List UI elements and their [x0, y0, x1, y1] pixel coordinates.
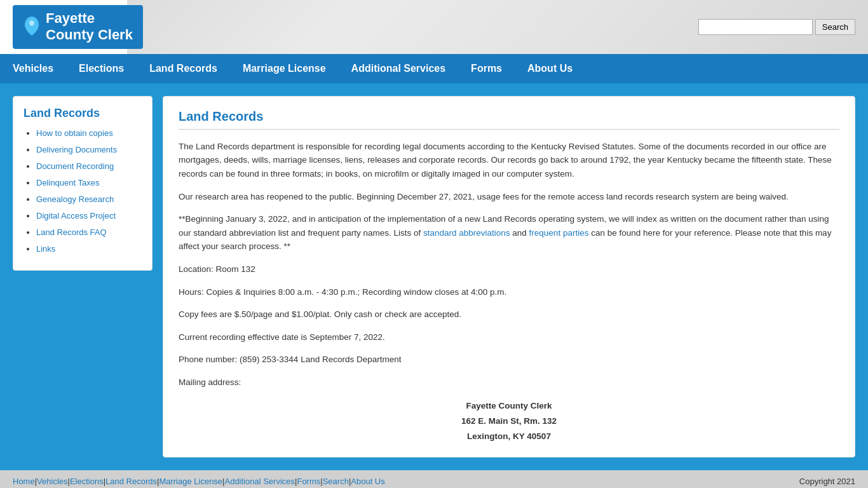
paragraph-1: The Land Records department is responsib… [179, 140, 839, 181]
standard-abbrev-link[interactable]: standard abbreviations [423, 228, 510, 238]
paragraph-effective-date: Current recording effective date is Sept… [179, 330, 839, 344]
frequent-parties-link[interactable]: frequent parties [529, 228, 589, 238]
footer-link-elections[interactable]: Elections [70, 477, 104, 486]
list-item: Genealogy Research [36, 194, 142, 204]
footer-link-home[interactable]: Home [13, 477, 35, 486]
header: Fayette County Clerk Search [0, 0, 868, 54]
search-area: Search [698, 19, 855, 35]
paragraph-fees: Copy fees are $.50/page and $1.00/plat. … [179, 308, 839, 322]
nav-item-additional-services[interactable]: Additional Services [339, 54, 459, 83]
footer-links: Home | Vehicles | Elections | Land Recor… [13, 477, 385, 486]
footer-link-land-records[interactable]: Land Records [105, 477, 157, 486]
list-item: Document Recording [36, 161, 142, 171]
paragraph-hours: Hours: Copies & Inquiries 8:00 a.m. - 4:… [179, 285, 839, 299]
address-line2: 162 E. Main St, Rm. 132 [179, 414, 839, 429]
page-title: Land Records [179, 109, 839, 124]
footer-link-search[interactable]: Search [323, 477, 349, 486]
sidebar-link-doc-recording[interactable]: Document Recording [36, 161, 114, 171]
list-item: Land Records FAQ [36, 227, 142, 237]
nav-item-marriage-license[interactable]: Marriage License [230, 54, 339, 83]
kentucky-state-icon [23, 15, 41, 39]
footer-link-vehicles[interactable]: Vehicles [37, 477, 67, 486]
paragraph-2: Our research area has reopened to the pu… [179, 190, 839, 204]
paragraph-mailing-label: Mailing address: [179, 376, 839, 390]
list-item: Digital Access Project [36, 210, 142, 220]
footer-link-forms[interactable]: Forms [297, 477, 320, 486]
sidebar: Land Records How to obtain copies Delive… [13, 96, 153, 271]
sidebar-link-genealogy[interactable]: Genealogy Research [36, 194, 114, 204]
sidebar-link-delinquent[interactable]: Delinquent Taxes [36, 178, 100, 187]
content-wrapper: Land Records How to obtain copies Delive… [0, 83, 868, 471]
footer-link-about-us[interactable]: About Us [351, 477, 384, 486]
footer-link-additional-services[interactable]: Additional Services [224, 477, 295, 486]
sidebar-links: How to obtain copies Delivering Document… [24, 128, 142, 254]
sidebar-link-how-to-obtain[interactable]: How to obtain copies [36, 128, 113, 138]
logo-area: Fayette County Clerk [13, 5, 143, 49]
address-line1: Fayette County Clerk [179, 398, 839, 414]
sidebar-title: Land Records [24, 107, 142, 120]
list-item: Delinquent Taxes [36, 177, 142, 187]
search-input[interactable] [698, 19, 813, 35]
sidebar-link-digital-access[interactable]: Digital Access Project [36, 211, 116, 220]
nav-item-forms[interactable]: Forms [458, 54, 515, 83]
main-panel: Land Records The Land Records department… [163, 96, 855, 458]
paragraph-location: Location: Room 132 [179, 262, 839, 276]
nav-item-vehicles[interactable]: Vehicles [0, 54, 66, 83]
nav-item-elections[interactable]: Elections [66, 54, 137, 83]
sidebar-link-links[interactable]: Links [36, 244, 55, 254]
divider [179, 129, 839, 130]
search-button[interactable]: Search [815, 19, 855, 35]
logo-text: Fayette County Clerk [46, 10, 133, 44]
footer: Home | Vehicles | Elections | Land Recor… [0, 470, 868, 488]
copyright-text: Copyright 2021 [799, 477, 855, 486]
list-item: Links [36, 243, 142, 254]
sidebar-link-delivering[interactable]: Delivering Documents [36, 145, 117, 154]
paragraph-phone: Phone number: (859) 253-3344 Land Record… [179, 353, 839, 367]
list-item: Delivering Documents [36, 144, 142, 154]
footer-link-marriage-license[interactable]: Marriage License [159, 477, 222, 486]
paragraph-3: **Beginning January 3, 2022, and in anti… [179, 212, 839, 254]
mailing-address: Fayette County Clerk 162 E. Main St, Rm.… [179, 398, 839, 445]
nav-item-about-us[interactable]: About Us [515, 54, 585, 83]
list-item: How to obtain copies [36, 128, 142, 138]
main-navigation: Vehicles Elections Land Records Marriage… [0, 54, 868, 83]
address-line3: Lexington, KY 40507 [179, 429, 839, 444]
nav-item-land-records[interactable]: Land Records [137, 54, 230, 83]
sidebar-link-faq[interactable]: Land Records FAQ [36, 227, 107, 237]
